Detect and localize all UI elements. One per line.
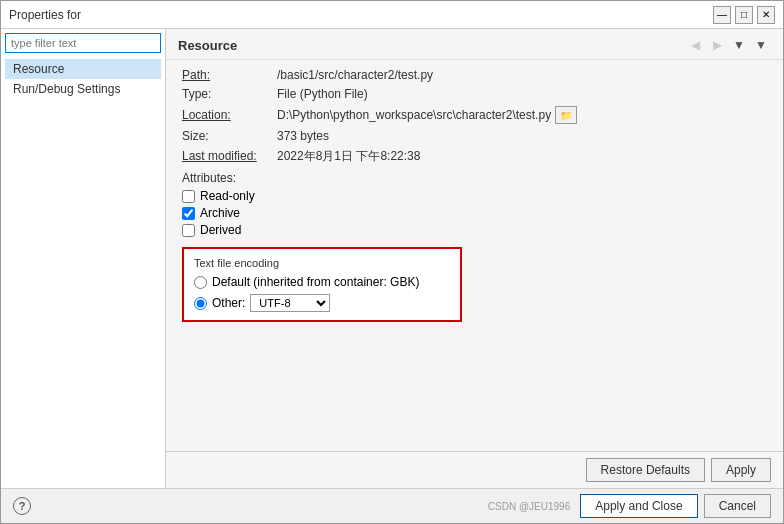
type-row: Type: File (Python File) bbox=[182, 87, 767, 101]
close-button[interactable]: ✕ bbox=[757, 6, 775, 24]
location-row: Location: D:\Python\python_workspace\src… bbox=[182, 106, 767, 124]
filter-input[interactable] bbox=[5, 33, 161, 53]
content-area: Resource Run/Debug Settings Resource ◀ ▶… bbox=[1, 29, 783, 488]
watermark: CSDN @JEU1996 bbox=[488, 501, 570, 512]
encoding-select[interactable]: UTF-8 UTF-16 ISO-8859-1 GBK US-ASCII bbox=[250, 294, 330, 312]
encoding-default-radio[interactable] bbox=[194, 276, 207, 289]
size-row: Size: 373 bytes bbox=[182, 129, 767, 143]
back-button[interactable]: ◀ bbox=[685, 35, 705, 55]
modified-label: Last modified: bbox=[182, 149, 277, 163]
encoding-default-label: Default (inherited from container: GBK) bbox=[212, 275, 419, 289]
encoding-other-label: Other: bbox=[212, 296, 245, 310]
sidebar-item-run-debug[interactable]: Run/Debug Settings bbox=[5, 79, 161, 99]
derived-checkbox[interactable] bbox=[182, 224, 195, 237]
readonly-checkbox[interactable] bbox=[182, 190, 195, 203]
help-button[interactable]: ? bbox=[13, 497, 31, 515]
location-browse-button[interactable]: 📁 bbox=[555, 106, 577, 124]
attributes-section: Attributes: Read-only Archive Derived bbox=[182, 171, 767, 237]
location-label: Location: bbox=[182, 108, 277, 122]
sidebar-item-resource[interactable]: Resource bbox=[5, 59, 161, 79]
path-value: /basic1/src/character2/test.py bbox=[277, 68, 767, 82]
nav-buttons: ◀ ▶ ▼ ▼ bbox=[685, 35, 771, 55]
restore-defaults-button[interactable]: Restore Defaults bbox=[586, 458, 705, 482]
footer-right: CSDN @JEU1996 Apply and Close Cancel bbox=[488, 494, 771, 518]
path-row: Path: /basic1/src/character2/test.py bbox=[182, 68, 767, 82]
footer-left: ? bbox=[13, 497, 31, 515]
apply-button[interactable]: Apply bbox=[711, 458, 771, 482]
path-label: Path: bbox=[182, 68, 277, 82]
size-label: Size: bbox=[182, 129, 277, 143]
resource-title: Resource bbox=[178, 38, 237, 53]
archive-label: Archive bbox=[200, 206, 240, 220]
encoding-title: Text file encoding bbox=[194, 257, 450, 269]
sidebar: Resource Run/Debug Settings bbox=[1, 29, 166, 488]
title-bar: Properties for — □ ✕ bbox=[1, 1, 783, 29]
window-controls: — □ ✕ bbox=[713, 6, 775, 24]
maximize-button[interactable]: □ bbox=[735, 6, 753, 24]
readonly-row: Read-only bbox=[182, 189, 767, 203]
encoding-default-row: Default (inherited from container: GBK) bbox=[194, 275, 450, 289]
footer-bar: ? CSDN @JEU1996 Apply and Close Cancel bbox=[1, 488, 783, 523]
resource-header: Resource ◀ ▶ ▼ ▼ bbox=[166, 29, 783, 60]
archive-checkbox[interactable] bbox=[182, 207, 195, 220]
main-panel: Resource ◀ ▶ ▼ ▼ Path: /basic1/src/chara… bbox=[166, 29, 783, 488]
window-title: Properties for bbox=[9, 8, 81, 22]
readonly-label: Read-only bbox=[200, 189, 255, 203]
settings-button[interactable]: ▼ bbox=[751, 35, 771, 55]
properties-window: Properties for — □ ✕ Resource Run/Debug … bbox=[0, 0, 784, 524]
location-value: D:\Python\python_workspace\src\character… bbox=[277, 108, 551, 122]
size-value: 373 bytes bbox=[277, 129, 767, 143]
folder-icon: 📁 bbox=[560, 110, 572, 121]
derived-row: Derived bbox=[182, 223, 767, 237]
type-value: File (Python File) bbox=[277, 87, 767, 101]
bottom-actions: Restore Defaults Apply bbox=[166, 451, 783, 488]
dropdown-button[interactable]: ▼ bbox=[729, 35, 749, 55]
cancel-button[interactable]: Cancel bbox=[704, 494, 771, 518]
forward-button[interactable]: ▶ bbox=[707, 35, 727, 55]
encoding-section: Text file encoding Default (inherited fr… bbox=[182, 247, 462, 322]
location-value-group: D:\Python\python_workspace\src\character… bbox=[277, 106, 577, 124]
modified-row: Last modified: 2022年8月1日 下午8:22:38 bbox=[182, 148, 767, 165]
encoding-other-row: Other: UTF-8 UTF-16 ISO-8859-1 GBK US-AS… bbox=[194, 294, 450, 312]
type-label: Type: bbox=[182, 87, 277, 101]
minimize-button[interactable]: — bbox=[713, 6, 731, 24]
archive-row: Archive bbox=[182, 206, 767, 220]
encoding-other-radio[interactable] bbox=[194, 297, 207, 310]
apply-close-button[interactable]: Apply and Close bbox=[580, 494, 697, 518]
attributes-label: Attributes: bbox=[182, 171, 767, 185]
resource-content: Path: /basic1/src/character2/test.py Typ… bbox=[166, 60, 783, 451]
derived-label: Derived bbox=[200, 223, 241, 237]
modified-value: 2022年8月1日 下午8:22:38 bbox=[277, 148, 767, 165]
